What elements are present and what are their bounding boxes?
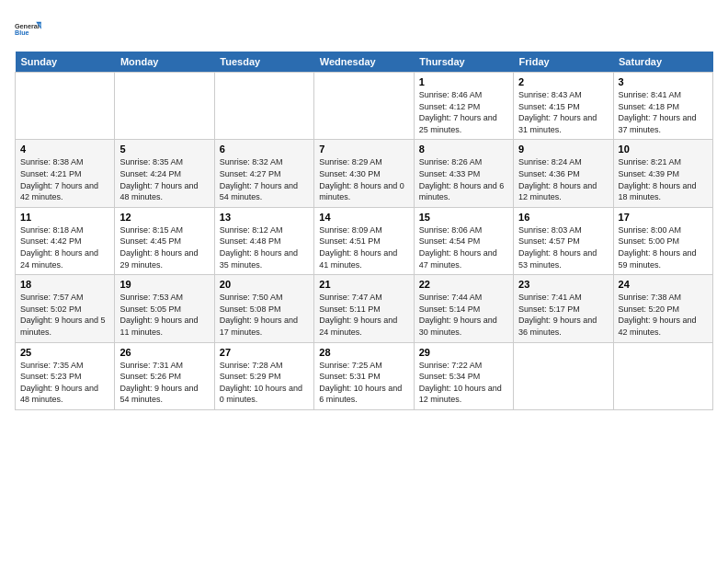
day-info: Sunrise: 7:28 AM Sunset: 5:29 PM Dayligh…: [220, 360, 309, 406]
calendar-cell: 14Sunrise: 8:09 AM Sunset: 4:51 PM Dayli…: [314, 207, 414, 274]
calendar-cell: 20Sunrise: 7:50 AM Sunset: 5:08 PM Dayli…: [214, 275, 313, 342]
logo: GeneralBlue: [15, 15, 44, 44]
day-number: 8: [419, 144, 508, 155]
calendar-cell: [115, 73, 214, 140]
day-info: Sunrise: 8:26 AM Sunset: 4:33 PM Dayligh…: [419, 156, 508, 202]
day-info: Sunrise: 8:15 AM Sunset: 4:45 PM Dayligh…: [119, 224, 209, 270]
col-header-sunday: Sunday: [16, 52, 115, 73]
day-info: Sunrise: 7:38 AM Sunset: 5:20 PM Dayligh…: [619, 292, 708, 338]
day-info: Sunrise: 8:03 AM Sunset: 4:57 PM Dayligh…: [518, 224, 608, 270]
calendar-cell: 27Sunrise: 7:28 AM Sunset: 5:29 PM Dayli…: [214, 342, 313, 409]
calendar-cell: 11Sunrise: 8:18 AM Sunset: 4:42 PM Dayli…: [16, 207, 115, 274]
day-info: Sunrise: 8:43 AM Sunset: 4:15 PM Dayligh…: [518, 89, 608, 135]
day-info: Sunrise: 8:09 AM Sunset: 4:51 PM Dayligh…: [319, 224, 408, 270]
day-info: Sunrise: 7:22 AM Sunset: 5:34 PM Dayligh…: [419, 360, 508, 406]
calendar-cell: [613, 342, 712, 409]
day-info: Sunrise: 7:35 AM Sunset: 5:23 PM Dayligh…: [20, 360, 109, 406]
calendar-cell: 8Sunrise: 8:26 AM Sunset: 4:33 PM Daylig…: [414, 140, 513, 207]
calendar-cell: 25Sunrise: 7:35 AM Sunset: 5:23 PM Dayli…: [16, 342, 115, 409]
day-number: 28: [319, 347, 408, 358]
day-number: 15: [419, 212, 508, 223]
day-number: 27: [220, 347, 309, 358]
day-info: Sunrise: 8:35 AM Sunset: 4:24 PM Dayligh…: [119, 156, 209, 202]
calendar-cell: 13Sunrise: 8:12 AM Sunset: 4:48 PM Dayli…: [214, 207, 313, 274]
logo-icon: GeneralBlue: [15, 15, 44, 44]
calendar-cell: 12Sunrise: 8:15 AM Sunset: 4:45 PM Dayli…: [115, 207, 214, 274]
calendar-week-row: 4Sunrise: 8:38 AM Sunset: 4:21 PM Daylig…: [16, 140, 713, 207]
day-number: 25: [20, 347, 109, 358]
day-number: 11: [20, 212, 109, 223]
day-info: Sunrise: 8:24 AM Sunset: 4:36 PM Dayligh…: [518, 156, 608, 202]
calendar-cell: 5Sunrise: 8:35 AM Sunset: 4:24 PM Daylig…: [115, 140, 214, 207]
day-info: Sunrise: 8:29 AM Sunset: 4:30 PM Dayligh…: [319, 156, 408, 202]
calendar-cell: 15Sunrise: 8:06 AM Sunset: 4:54 PM Dayli…: [414, 207, 513, 274]
calendar-cell: 18Sunrise: 7:57 AM Sunset: 5:02 PM Dayli…: [16, 275, 115, 342]
day-info: Sunrise: 7:31 AM Sunset: 5:26 PM Dayligh…: [119, 360, 209, 406]
col-header-saturday: Saturday: [613, 52, 712, 73]
calendar-cell: 6Sunrise: 8:32 AM Sunset: 4:27 PM Daylig…: [214, 140, 313, 207]
calendar-cell: 4Sunrise: 8:38 AM Sunset: 4:21 PM Daylig…: [16, 140, 115, 207]
day-number: 22: [419, 279, 508, 290]
day-number: 6: [220, 144, 309, 155]
day-number: 23: [518, 279, 608, 290]
day-number: 14: [319, 212, 408, 223]
day-number: 1: [419, 76, 508, 87]
day-number: 18: [20, 279, 109, 290]
day-info: Sunrise: 8:46 AM Sunset: 4:12 PM Dayligh…: [419, 89, 508, 135]
calendar-header-row: SundayMondayTuesdayWednesdayThursdayFrid…: [16, 52, 713, 73]
calendar-cell: 24Sunrise: 7:38 AM Sunset: 5:20 PM Dayli…: [613, 275, 712, 342]
col-header-tuesday: Tuesday: [214, 52, 313, 73]
day-info: Sunrise: 7:57 AM Sunset: 5:02 PM Dayligh…: [20, 292, 109, 338]
day-number: 16: [518, 212, 608, 223]
calendar-cell: [16, 73, 115, 140]
day-number: 9: [518, 144, 608, 155]
day-number: 4: [20, 144, 109, 155]
calendar-cell: 7Sunrise: 8:29 AM Sunset: 4:30 PM Daylig…: [314, 140, 414, 207]
calendar-cell: 29Sunrise: 7:22 AM Sunset: 5:34 PM Dayli…: [414, 342, 513, 409]
calendar-week-row: 25Sunrise: 7:35 AM Sunset: 5:23 PM Dayli…: [16, 342, 713, 409]
calendar-cell: 22Sunrise: 7:44 AM Sunset: 5:14 PM Dayli…: [414, 275, 513, 342]
calendar-cell: 26Sunrise: 7:31 AM Sunset: 5:26 PM Dayli…: [115, 342, 214, 409]
day-number: 10: [619, 144, 708, 155]
day-info: Sunrise: 8:06 AM Sunset: 4:54 PM Dayligh…: [419, 224, 508, 270]
calendar-cell: 10Sunrise: 8:21 AM Sunset: 4:39 PM Dayli…: [613, 140, 712, 207]
day-info: Sunrise: 7:53 AM Sunset: 5:05 PM Dayligh…: [119, 292, 209, 338]
col-header-monday: Monday: [115, 52, 214, 73]
calendar-cell: [214, 73, 313, 140]
calendar-cell: [314, 73, 414, 140]
day-number: 29: [419, 347, 508, 358]
calendar-cell: [514, 342, 613, 409]
day-info: Sunrise: 8:41 AM Sunset: 4:18 PM Dayligh…: [619, 89, 708, 135]
day-info: Sunrise: 7:41 AM Sunset: 5:17 PM Dayligh…: [518, 292, 608, 338]
calendar-cell: 9Sunrise: 8:24 AM Sunset: 4:36 PM Daylig…: [514, 140, 613, 207]
calendar-week-row: 11Sunrise: 8:18 AM Sunset: 4:42 PM Dayli…: [16, 207, 713, 274]
day-info: Sunrise: 7:25 AM Sunset: 5:31 PM Dayligh…: [319, 360, 408, 406]
day-number: 12: [119, 212, 209, 223]
calendar-cell: 3Sunrise: 8:41 AM Sunset: 4:18 PM Daylig…: [613, 73, 712, 140]
day-number: 5: [119, 144, 209, 155]
day-info: Sunrise: 7:47 AM Sunset: 5:11 PM Dayligh…: [319, 292, 408, 338]
calendar-week-row: 1Sunrise: 8:46 AM Sunset: 4:12 PM Daylig…: [16, 73, 713, 140]
calendar-cell: 28Sunrise: 7:25 AM Sunset: 5:31 PM Dayli…: [314, 342, 414, 409]
calendar-cell: 1Sunrise: 8:46 AM Sunset: 4:12 PM Daylig…: [414, 73, 513, 140]
day-info: Sunrise: 8:32 AM Sunset: 4:27 PM Dayligh…: [220, 156, 309, 202]
calendar-cell: 21Sunrise: 7:47 AM Sunset: 5:11 PM Dayli…: [314, 275, 414, 342]
calendar-cell: 16Sunrise: 8:03 AM Sunset: 4:57 PM Dayli…: [514, 207, 613, 274]
day-number: 13: [220, 212, 309, 223]
day-info: Sunrise: 8:38 AM Sunset: 4:21 PM Dayligh…: [20, 156, 109, 202]
calendar-cell: 17Sunrise: 8:00 AM Sunset: 5:00 PM Dayli…: [613, 207, 712, 274]
day-info: Sunrise: 7:44 AM Sunset: 5:14 PM Dayligh…: [419, 292, 508, 338]
day-number: 2: [518, 76, 608, 87]
day-number: 20: [220, 279, 309, 290]
day-info: Sunrise: 8:21 AM Sunset: 4:39 PM Dayligh…: [619, 156, 708, 202]
calendar-week-row: 18Sunrise: 7:57 AM Sunset: 5:02 PM Dayli…: [16, 275, 713, 342]
calendar-cell: 2Sunrise: 8:43 AM Sunset: 4:15 PM Daylig…: [514, 73, 613, 140]
day-info: Sunrise: 7:50 AM Sunset: 5:08 PM Dayligh…: [220, 292, 309, 338]
col-header-thursday: Thursday: [414, 52, 513, 73]
header-row: GeneralBlue: [15, 15, 713, 44]
day-number: 3: [619, 76, 708, 87]
day-number: 21: [319, 279, 408, 290]
day-info: Sunrise: 8:00 AM Sunset: 5:00 PM Dayligh…: [619, 224, 708, 270]
day-number: 24: [619, 279, 708, 290]
day-number: 7: [319, 144, 408, 155]
